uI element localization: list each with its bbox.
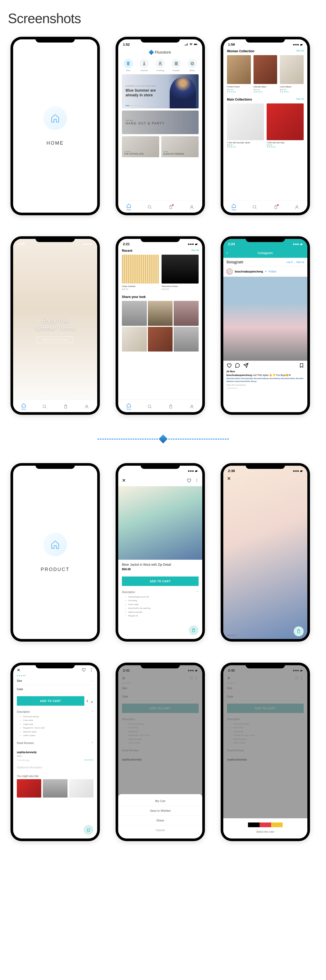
bookmark-icon[interactable] [299,363,304,368]
product-card[interactable]: Printed Panel$40.00★★★★★ [227,55,251,93]
also-card[interactable] [69,779,94,797]
category-posters[interactable]: Posters [171,59,181,72]
mini-card-tshirts[interactable]: T-ShirtsTHE OFFICE LIFE [122,136,159,157]
review-text: Nice. [17,755,94,757]
look-cell[interactable] [148,327,173,352]
status-icons: ●●● ▰ [293,43,303,46]
see-all-link[interactable]: See All [296,49,304,53]
comment-icon[interactable] [235,363,240,368]
chevron-down-icon[interactable]: ⌄ [90,698,94,703]
overlay-dim[interactable] [223,665,307,838]
share-icon[interactable] [243,363,249,368]
login-link[interactable]: Log In [286,261,293,263]
close-icon[interactable]: ✕ [17,668,20,673]
nav-profile[interactable] [84,404,89,409]
sheet-cart[interactable]: My Cart [118,796,202,806]
ig-user-row[interactable]: bouchradaupaincheng • Follow [223,266,307,277]
shop-collection-button[interactable]: SHOP COLLECTION [37,337,73,343]
nav-shop[interactable]: Shop [232,204,236,210]
size-selector[interactable]: Size⌄ [13,677,97,685]
view-comments[interactable]: View all 9 comments [227,384,304,386]
see-all-link[interactable]: See All [296,98,304,101]
product-card[interactable]: Stripe Sweater$30.00 [122,255,159,290]
sheet-cancel[interactable]: Cancel [118,826,202,835]
category-music[interactable]: Music [187,59,197,72]
nav-cart[interactable] [273,205,278,210]
fab-cart[interactable] [189,625,198,635]
look-cell[interactable] [174,327,198,352]
category-clothing[interactable]: Clothing [155,59,165,72]
color-selector[interactable]: Color⌄ [13,685,97,694]
chevron-up-icon[interactable]: ⌃ [91,710,94,713]
bag-icon [168,205,173,210]
heart-icon[interactable] [187,478,191,483]
reviews-header[interactable]: Read Reviews [17,741,34,745]
product-card[interactable]: Ultimate Biker$45.00★★★★★ [254,55,277,93]
look-cell[interactable] [122,301,147,326]
additional-header[interactable]: Additional Information [17,766,42,769]
signup-link[interactable]: Sign up [296,261,304,263]
nav-shop[interactable]: Shop [126,204,131,210]
instagram-logo: Instagram [227,259,243,264]
product-hero-image[interactable] [118,486,202,560]
sheet-wishlist[interactable]: Save to Wishlist [118,806,202,816]
chevron-up-icon[interactable]: ⌃ [197,591,198,593]
nav-search[interactable] [147,404,152,409]
chevron-up-icon[interactable]: ⌃ [91,741,94,745]
color-swatch-yellow[interactable] [271,822,283,827]
color-picker-label: Select the color [223,830,307,833]
category-men[interactable]: Men [123,59,133,72]
rating-stars: ★★★★★ [280,91,304,93]
add-to-cart-button[interactable]: ADD TO CART [17,696,84,706]
look-cell[interactable] [148,301,173,326]
sub-banner-eyebrow: For Gen [126,119,198,121]
mini-card-dress[interactable]: DressELEGANT DESIGN [161,136,198,157]
ig-post-image[interactable] [223,277,307,361]
product-card[interactable]: T-Shirt with Mountain Jacket$29.00★★★★★ [227,103,264,148]
heart-icon[interactable] [82,668,86,672]
nav-shop[interactable]: Shop [21,403,26,410]
product-fullscreen-image[interactable] [223,466,307,639]
color-swatch-black[interactable] [248,822,259,827]
look-cell[interactable] [174,301,198,326]
phone-product-intro: PRODUCT [11,463,100,642]
chevron-down-icon[interactable]: ⌄ [91,766,94,769]
home-icon [126,403,131,408]
also-card[interactable] [17,779,41,797]
fab-cart[interactable] [83,825,94,835]
follow-link[interactable]: Follow [269,270,276,273]
more-icon[interactable]: ⋮ [89,668,94,673]
nav-shop[interactable]: Shop [126,403,131,410]
also-card[interactable] [43,779,67,797]
see-all-link[interactable]: See All [191,249,198,253]
product-card[interactable]: Linen Blazer$45.00★★★★★ [280,55,304,93]
fab-cart[interactable] [294,626,304,636]
sub-banner[interactable]: For Gen HANG OUT & PARTY [122,111,198,134]
back-icon[interactable]: ‹ [227,250,228,255]
nav-search[interactable] [147,205,152,210]
phone-recent: 2:21 ●●● ▰ Recent See All Stripe Sweater… [115,236,205,415]
description-header[interactable]: Description [122,591,135,593]
hero-banner[interactable]: SUMMER COLLECTION 2019 Blue Summer are a… [122,74,198,108]
more-icon[interactable]: ⋮ [195,478,198,483]
nav-profile[interactable] [189,205,194,210]
close-icon[interactable]: ✕ [227,476,231,482]
close-icon[interactable]: ✕ [122,477,126,483]
category-women[interactable]: Women [139,59,149,72]
color-swatch-red[interactable] [259,822,271,827]
nav-cart[interactable] [168,205,173,210]
nav-search[interactable] [42,404,47,409]
product-card[interactable]: T-Shirt with Next Step$26.00★★★★★ [267,103,304,148]
product-card[interactable]: Sleeveless Dress$140.00 [161,255,198,290]
description-header[interactable]: Description [17,710,30,713]
nav-search[interactable] [252,205,257,210]
nav-profile[interactable] [189,404,194,409]
look-cell[interactable] [122,327,147,352]
sheet-share[interactable]: Share [118,816,202,826]
nav-cart[interactable] [168,404,173,409]
hashtags[interactable]: #koreanclothes #koreanstyle #koreanmakeu… [227,377,304,383]
nav-profile[interactable] [294,205,299,210]
add-to-cart-button[interactable]: ADD TO CART [122,576,198,586]
heart-icon[interactable] [227,363,232,368]
nav-cart[interactable] [63,404,68,409]
